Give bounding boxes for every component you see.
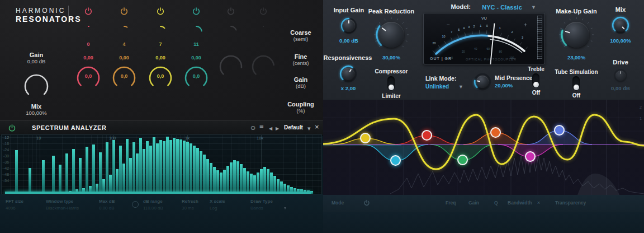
gain-knob[interactable]: 0,0 bbox=[76, 66, 101, 90]
compressor-limiter-toggle[interactable] bbox=[387, 76, 395, 91]
tube-simulation-toggle[interactable] bbox=[572, 76, 580, 91]
setting-refresh[interactable]: Refresh30 ms bbox=[182, 199, 198, 211]
row-label-title: Coarse bbox=[281, 29, 320, 36]
svg-text:60: 60 bbox=[487, 47, 490, 50]
mini-knob[interactable] bbox=[132, 201, 139, 208]
prev-preset-icon[interactable]: ◀ bbox=[269, 124, 272, 133]
mix-knob[interactable]: Mix 100,00% bbox=[23, 73, 50, 116]
svg-text:1: 1 bbox=[499, 26, 501, 30]
drive-value: 0,00 dB bbox=[601, 85, 640, 91]
band-yellow-handle[interactable] bbox=[360, 133, 371, 143]
gain-knob[interactable] bbox=[219, 54, 243, 79]
analyzer-graph[interactable]: 10 100 1k 10k -12 -18 -24 -30 -36 -42 -4… bbox=[1, 134, 322, 194]
treble-toggle[interactable] bbox=[532, 73, 539, 88]
resonator-column-2: 4 0,00 0,0 bbox=[106, 7, 142, 90]
setting-draw-type[interactable]: Draw TypeBands bbox=[250, 199, 273, 211]
spectrum-bar bbox=[169, 140, 172, 194]
gain-knob[interactable]: 0,0 bbox=[112, 66, 136, 90]
resonator-column-4: 11 0,00 0,0 bbox=[178, 7, 214, 90]
coarse-value: 0 bbox=[70, 41, 106, 47]
eq-footer-bandwidth[interactable]: Bandwidth bbox=[508, 200, 532, 206]
svg-text:0: 0 bbox=[486, 24, 488, 27]
power-icon[interactable] bbox=[8, 124, 16, 132]
spectrum-bar bbox=[29, 168, 31, 194]
band-orange-handle[interactable] bbox=[490, 127, 501, 138]
coarse-arc[interactable] bbox=[189, 25, 203, 39]
spectrum-bar bbox=[196, 148, 199, 194]
power-icon[interactable] bbox=[259, 7, 268, 16]
setting-x-scale[interactable]: X scaleLog bbox=[210, 199, 225, 211]
power-icon[interactable] bbox=[120, 7, 129, 16]
limiter-option-label[interactable]: Limiter bbox=[369, 93, 414, 99]
mid-presence-knob[interactable] bbox=[472, 72, 493, 92]
band-magenta-handle[interactable] bbox=[525, 151, 536, 162]
coarse-arc[interactable] bbox=[224, 25, 238, 39]
gain-knob[interactable] bbox=[251, 54, 276, 79]
plugin-workspace: HARMONIC RESONATORS 0 0,00 0,0 4 0,00 bbox=[0, 0, 644, 233]
vu-out-gr-label[interactable]: OUT | GR bbox=[430, 57, 452, 60]
band-blue-handle[interactable] bbox=[554, 125, 565, 136]
power-icon[interactable] bbox=[192, 7, 201, 16]
fine-value: 0,00 bbox=[70, 55, 106, 60]
eq-footer-freq[interactable]: Freq bbox=[446, 200, 456, 206]
vu-label: VU bbox=[481, 16, 487, 20]
row-label-unit: (%) bbox=[281, 108, 320, 114]
power-icon[interactable] bbox=[226, 7, 235, 16]
gain-knob[interactable]: 0,0 bbox=[184, 66, 209, 90]
spectrum-bar bbox=[112, 140, 115, 194]
eq-display[interactable]: 2 1 bbox=[323, 100, 644, 195]
eq-footer-bar: Mode Freq Gain Q Bandwidth × Transparenc… bbox=[323, 195, 644, 212]
spectrum-bar bbox=[250, 174, 253, 194]
link-mode-select[interactable]: Unlinked bbox=[425, 83, 459, 90]
close-icon[interactable]: × bbox=[315, 123, 319, 131]
responsiveness-knob[interactable] bbox=[338, 64, 358, 84]
compressor-option-label[interactable]: Compressor bbox=[369, 68, 414, 74]
setting-fft-size[interactable]: FFT size4096 bbox=[6, 199, 23, 211]
band-red-handle[interactable] bbox=[422, 130, 432, 141]
gain-knob[interactable]: 0,0 bbox=[148, 66, 173, 90]
spectrum-bar bbox=[52, 156, 55, 194]
coarse-value: 11 bbox=[178, 41, 214, 47]
menu-icon[interactable]: ≡ bbox=[259, 122, 264, 131]
coarse-value: 7 bbox=[143, 41, 178, 47]
fine-value: 0,00 bbox=[106, 55, 142, 60]
peak-reduction-knob[interactable] bbox=[373, 17, 409, 53]
tube-simulation-label: Tube Simulation bbox=[546, 69, 607, 75]
preset-caret-icon[interactable]: ▾ bbox=[307, 124, 311, 133]
input-gain-knob[interactable] bbox=[339, 16, 358, 35]
row-label-fine: Fine (cents) bbox=[281, 53, 320, 66]
drive-knob[interactable] bbox=[613, 68, 628, 83]
power-icon[interactable] bbox=[84, 7, 93, 16]
eq-footer-q[interactable]: Q bbox=[494, 200, 498, 206]
make-up-gain-knob[interactable] bbox=[558, 17, 594, 53]
coarse-arc[interactable] bbox=[256, 25, 271, 39]
setting-window-type[interactable]: Window typeBlackman-Harris bbox=[46, 199, 79, 211]
next-preset-icon[interactable]: ▶ bbox=[276, 124, 279, 133]
power-icon[interactable] bbox=[363, 199, 370, 206]
band-green-handle[interactable] bbox=[457, 155, 468, 165]
model-caret-icon[interactable]: ▼ bbox=[531, 4, 536, 10]
coarse-arc[interactable] bbox=[153, 25, 168, 39]
eq-footer-close-icon[interactable]: × bbox=[537, 200, 540, 206]
mix-knob[interactable] bbox=[610, 15, 631, 35]
eq-footer-transparency[interactable]: Transparency bbox=[555, 200, 586, 206]
setting-max-db[interactable]: Max dB0,00 dB bbox=[99, 199, 115, 211]
coarse-arc[interactable] bbox=[81, 25, 96, 39]
spectrum-bar bbox=[233, 160, 236, 194]
spectrum-bar bbox=[203, 155, 206, 194]
mix-label: Mix bbox=[23, 103, 50, 110]
band-cyan-handle[interactable] bbox=[390, 155, 401, 166]
link-mode-caret-icon[interactable]: ▼ bbox=[458, 84, 463, 90]
model-select[interactable]: NYC - Classic bbox=[474, 4, 530, 11]
preset-name[interactable]: Default bbox=[284, 124, 303, 131]
svg-text:20: 20 bbox=[462, 50, 465, 53]
spectrum-bar bbox=[240, 164, 243, 194]
coarse-arc[interactable] bbox=[117, 25, 131, 39]
setting-db-range[interactable]: dB range110,00 dB bbox=[143, 199, 163, 211]
freeze-icon[interactable]: ⊙ bbox=[250, 123, 255, 132]
eq-footer-gain[interactable]: Gain bbox=[468, 200, 479, 206]
power-icon[interactable] bbox=[156, 7, 165, 16]
spectrum-bar bbox=[166, 137, 169, 194]
draw-type-caret-icon[interactable]: ▾ bbox=[284, 206, 286, 211]
eq-footer-mode[interactable]: Mode bbox=[332, 200, 344, 206]
